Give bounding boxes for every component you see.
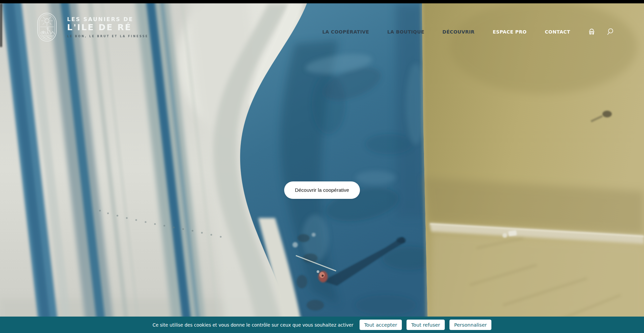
cookie-message: Ce site utilise des cookies et vous donn… [153,322,354,328]
main-nav: LA COOPÉRATIVE LA BOUTIQUE DÉCOUVRIR ESP… [322,28,614,36]
cookie-refuse-button[interactable]: Tout refuser [407,320,445,330]
hero-cta-button[interactable]: Découvrir la coopérative [284,181,360,199]
cart-button[interactable] [588,29,595,35]
letterbox-bar [0,0,644,3]
nav-item-decouvrir[interactable]: DÉCOUVRIR [442,29,475,35]
nav-item-espace-pro[interactable]: ESPACE PRO [493,29,527,35]
search-icon [606,28,614,36]
search-button[interactable] [606,28,614,36]
nav-item-la-cooperative[interactable]: LA COOPÉRATIVE [322,29,369,35]
logo-tagline: LE BON, LE BRUT ET LA FINESSE [67,35,149,38]
site-logo[interactable]: LES SAUNIERS DE L'ILE DE RÉ LE BON, LE B… [32,12,149,42]
cookie-personalize-button[interactable]: Personnaliser [449,320,491,330]
logo-name-line2: L'ILE DE RÉ [67,23,149,33]
basket-icon [588,29,595,35]
nav-item-la-boutique[interactable]: LA BOUTIQUE [387,29,425,35]
cookie-banner: Ce site utilise des cookies et vous donn… [0,317,644,333]
nav-item-contact[interactable]: CONTACT [545,29,570,35]
cookie-accept-button[interactable]: Tout accepter [360,320,402,330]
site-header: LES SAUNIERS DE L'ILE DE RÉ LE BON, LE B… [0,3,644,47]
logo-name-line1: LES SAUNIERS DE [67,16,149,22]
hero-video-background [0,3,644,333]
saunier-emblem-icon [32,12,62,42]
salt-marsh-aerial-scene [0,3,644,333]
